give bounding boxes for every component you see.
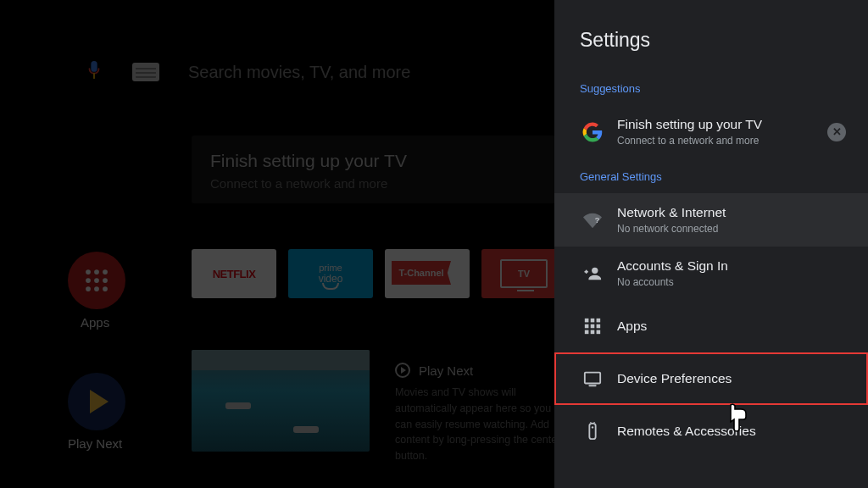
settings-item-network[interactable]: ? Network & Internet No network connecte…	[554, 193, 868, 247]
device-preferences-title: Device Preferences	[617, 371, 732, 386]
svg-point-4	[86, 278, 91, 283]
accounts-subtitle: No accounts	[617, 276, 728, 288]
play-next-body: Movies and TV shows will automatically a…	[395, 385, 565, 464]
svg-rect-12	[585, 319, 589, 323]
apps-button-label: Apps	[81, 315, 109, 330]
svg-rect-20	[597, 330, 601, 335]
mic-icon[interactable]	[85, 59, 103, 85]
prime-line1: prime	[319, 263, 342, 273]
search-row: Search movies, TV, and more	[85, 59, 410, 85]
screen: Search movies, TV, and more Finish setti…	[0, 0, 868, 488]
svg-rect-21	[585, 373, 600, 384]
keyboard-icon[interactable]	[132, 63, 159, 81]
suggestion-subtitle: Connect to a network and more	[617, 135, 762, 147]
svg-text:?: ?	[595, 215, 600, 224]
play-next-thumbnail[interactable]	[192, 350, 370, 452]
svg-rect-16	[591, 324, 595, 329]
dismiss-suggestion-button[interactable]: ✕	[827, 123, 846, 141]
wifi-icon: ?	[580, 211, 605, 230]
svg-rect-15	[585, 324, 589, 329]
app-tile-tv[interactable]: TV	[481, 249, 566, 298]
prime-line2: video	[319, 273, 343, 285]
svg-point-2	[94, 269, 99, 274]
svg-rect-13	[591, 319, 595, 323]
google-icon	[580, 122, 605, 142]
app-tile-netflix[interactable]: NETFLIX	[192, 249, 276, 298]
svg-rect-14	[597, 319, 601, 323]
play-next-button[interactable]	[68, 373, 125, 430]
svg-rect-18	[585, 330, 589, 335]
svg-point-24	[592, 426, 593, 428]
svg-point-11	[592, 267, 598, 273]
settings-item-apps[interactable]: Apps	[554, 300, 868, 352]
apps-icon	[580, 317, 605, 336]
add-account-icon	[580, 264, 605, 283]
svg-point-1	[86, 269, 91, 274]
general-settings-header: General Settings	[554, 158, 868, 193]
suggestions-header: Suggestions	[554, 70, 868, 105]
play-next-button-label: Play Next	[68, 436, 122, 451]
svg-point-5	[94, 278, 99, 283]
svg-point-6	[103, 278, 108, 283]
setup-card-subtitle: Connect to a network and more	[210, 176, 537, 191]
svg-rect-17	[597, 324, 601, 329]
accounts-title: Accounts & Sign In	[617, 258, 728, 274]
svg-point-8	[94, 286, 99, 291]
settings-title: Settings	[554, 0, 868, 70]
suggestion-title: Finish setting up your TV	[617, 117, 762, 132]
apps-grid-icon	[84, 268, 109, 293]
tchannel-label: T-Channel	[398, 268, 443, 278]
play-next-header: Play Next	[419, 363, 473, 378]
svg-rect-23	[589, 424, 595, 439]
suggestion-finish-setup[interactable]: Finish setting up your TV Connect to a n…	[554, 105, 868, 158]
tv-label: TV	[518, 269, 530, 279]
settings-item-remotes[interactable]: Remotes & Accessories	[554, 405, 868, 458]
app-tile-prime-video[interactable]: prime video	[288, 249, 373, 298]
network-title: Network & Internet	[617, 205, 726, 220]
settings-panel: Settings Suggestions Finish setting up y…	[554, 0, 868, 488]
svg-point-9	[103, 286, 108, 291]
play-next-info: Play Next Movies and TV shows will autom…	[395, 363, 565, 464]
svg-rect-19	[591, 330, 595, 335]
apps-tile-row: NETFLIX prime video T-Channel TV	[192, 249, 566, 298]
tv-icon	[580, 369, 605, 388]
setup-card-title: Finish setting up your TV	[210, 151, 537, 171]
play-icon	[395, 363, 410, 378]
search-placeholder[interactable]: Search movies, TV, and more	[188, 63, 410, 82]
network-subtitle: No network connected	[617, 223, 726, 235]
apps-button[interactable]	[68, 252, 125, 309]
settings-item-accounts[interactable]: Accounts & Sign In No accounts	[554, 247, 868, 300]
apps-title: Apps	[617, 319, 647, 334]
remote-icon	[580, 422, 605, 441]
settings-item-device-preferences[interactable]: Device Preferences	[554, 352, 868, 405]
app-tile-t-channel[interactable]: T-Channel	[385, 249, 470, 298]
svg-point-7	[86, 286, 91, 291]
home-setup-card[interactable]: Finish setting up your TV Connect to a n…	[192, 136, 556, 203]
remotes-title: Remotes & Accessories	[617, 424, 756, 439]
svg-point-3	[103, 269, 108, 274]
